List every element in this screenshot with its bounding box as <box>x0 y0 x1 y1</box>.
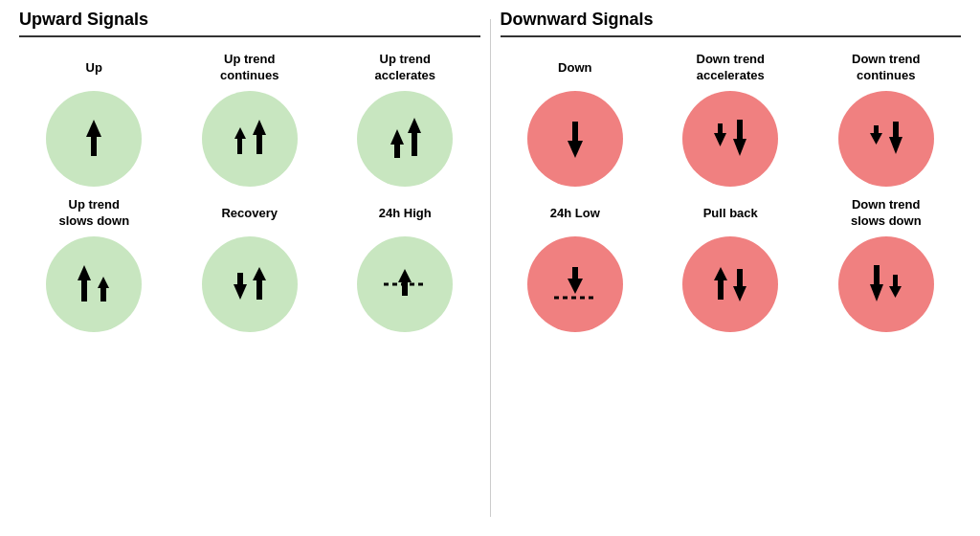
svg-rect-1 <box>91 137 97 156</box>
signal-recovery: Recovery <box>175 196 325 332</box>
downward-panel: Downward Signals Down Down trendaccelera… <box>491 10 971 526</box>
svg-marker-10 <box>78 265 91 280</box>
svg-rect-40 <box>893 275 898 288</box>
circle-down-slow <box>838 236 934 332</box>
circle-24h-low <box>527 236 623 332</box>
icon-down-slow <box>858 256 915 313</box>
svg-marker-39 <box>870 284 883 302</box>
signal-up-label: Up <box>86 51 102 85</box>
signal-down: Down <box>501 51 651 187</box>
circle-24h-high <box>357 236 453 332</box>
circle-recovery <box>202 236 298 332</box>
svg-marker-6 <box>390 129 404 145</box>
svg-rect-3 <box>237 139 242 154</box>
upward-divider <box>19 35 480 37</box>
svg-marker-8 <box>408 118 421 133</box>
svg-marker-12 <box>98 277 109 288</box>
svg-rect-9 <box>412 133 417 156</box>
svg-rect-25 <box>737 120 743 139</box>
icon-down-accelerate <box>702 110 759 168</box>
svg-rect-11 <box>81 280 87 302</box>
icon-up-slow <box>65 256 122 313</box>
signal-24h-high-label: 24h High <box>379 196 432 231</box>
svg-marker-37 <box>733 286 746 302</box>
svg-rect-38 <box>874 265 880 286</box>
downward-signals-grid: Down Down trendaccelerates <box>501 51 962 332</box>
signal-pullback: Pull back <box>656 196 806 332</box>
circle-up-continues <box>202 91 298 187</box>
circle-up-slow <box>46 236 142 332</box>
icon-up-double <box>221 110 278 168</box>
icon-up-accelerate <box>376 110 434 168</box>
circle-down <box>527 91 623 187</box>
svg-marker-28 <box>870 133 882 145</box>
signal-down-slow-label: Down trendslows down <box>851 196 922 231</box>
icon-down-continues <box>858 110 915 168</box>
svg-marker-2 <box>234 127 246 139</box>
icon-up-single <box>65 110 122 168</box>
signal-up: Up <box>19 51 169 187</box>
svg-marker-32 <box>568 279 583 294</box>
signal-recovery-label: Recovery <box>221 196 278 231</box>
svg-rect-13 <box>100 288 106 302</box>
signal-24h-low: 24h Low <box>501 196 651 332</box>
svg-rect-7 <box>394 145 400 158</box>
svg-marker-41 <box>889 286 902 298</box>
signal-24h-low-label: 24h Low <box>550 196 600 231</box>
icon-pullback <box>702 256 759 313</box>
icon-24h-low <box>546 256 604 313</box>
icon-24h-high <box>376 256 434 313</box>
circle-down-continues <box>838 91 934 187</box>
svg-marker-4 <box>253 120 266 135</box>
svg-marker-16 <box>253 267 266 280</box>
svg-rect-20 <box>402 282 408 296</box>
svg-rect-35 <box>718 280 724 300</box>
svg-marker-30 <box>889 137 902 154</box>
signal-down-slow: Down trendslows down <box>812 196 962 332</box>
circle-up <box>46 91 142 187</box>
signal-down-accelerates-label: Down trendaccelerates <box>697 51 766 85</box>
svg-rect-17 <box>256 280 262 300</box>
signal-up-accelerates-label: Up trendacclerates <box>374 51 435 85</box>
downward-title: Downward Signals <box>501 10 962 30</box>
signal-up-continues: Up trendcontinues <box>175 51 325 187</box>
signal-pullback-label: Pull back <box>703 196 758 231</box>
svg-marker-34 <box>714 267 727 280</box>
signal-down-label: Down <box>558 51 591 85</box>
svg-marker-22 <box>568 141 583 158</box>
signal-down-accelerates: Down trendaccelerates <box>656 51 806 187</box>
svg-marker-15 <box>234 284 247 300</box>
svg-rect-29 <box>893 122 899 139</box>
signal-down-continues: Down trendcontinues <box>812 51 962 187</box>
signal-up-slow-label: Up trendslows down <box>58 196 129 231</box>
svg-marker-19 <box>398 269 412 282</box>
signal-up-slow: Up trendslows down <box>19 196 169 332</box>
signal-down-continues-label: Down trendcontinues <box>852 51 921 85</box>
circle-pullback <box>682 236 778 332</box>
upward-signals-grid: Up Up trendcontinues <box>19 51 480 332</box>
signal-up-accelerates: Up trendacclerates <box>330 51 480 187</box>
circle-down-accelerates <box>682 91 778 187</box>
icon-recovery <box>221 256 278 313</box>
circle-up-accelerates <box>357 91 453 187</box>
upward-panel: Upward Signals Up Up trendcontinues <box>10 10 490 526</box>
svg-marker-26 <box>733 139 746 156</box>
svg-rect-36 <box>737 269 743 288</box>
svg-rect-21 <box>572 122 578 141</box>
svg-marker-0 <box>86 120 101 137</box>
signal-24h-high: 24h High <box>330 196 480 332</box>
icon-down-single <box>546 110 604 168</box>
downward-divider <box>501 35 962 37</box>
svg-rect-5 <box>256 135 262 154</box>
main-container: Upward Signals Up Up trendcontinues <box>0 0 980 536</box>
upward-title: Upward Signals <box>19 10 480 30</box>
signal-up-continues-label: Up trendcontinues <box>220 51 278 85</box>
svg-marker-24 <box>714 133 726 146</box>
